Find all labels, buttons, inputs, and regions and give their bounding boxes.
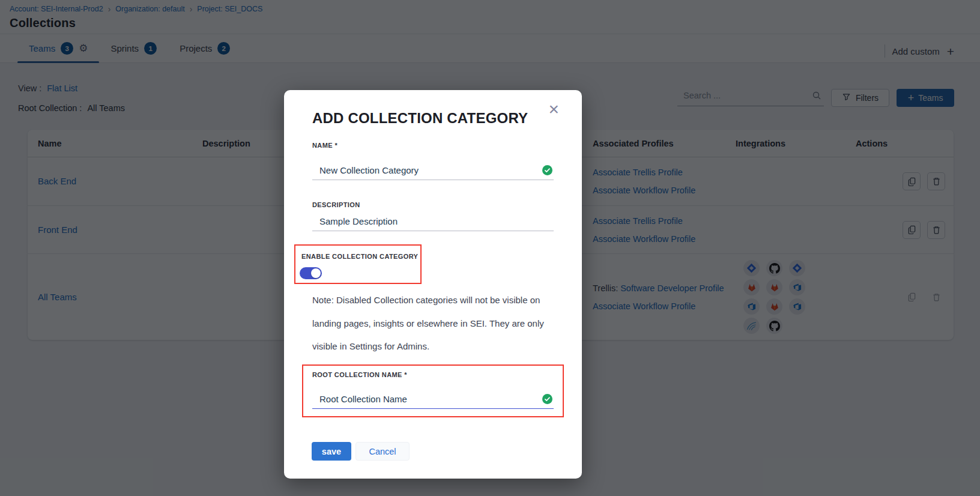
valid-check-icon (542, 394, 552, 404)
description-input[interactable] (319, 216, 552, 226)
close-icon[interactable]: × (548, 100, 559, 118)
cancel-button[interactable]: Cancel (355, 442, 410, 461)
enable-toggle[interactable] (300, 267, 322, 279)
description-field-label: DESCRIPTION (312, 201, 360, 208)
root-name-field-label: ROOT COLLECTION NAME * (312, 371, 407, 378)
description-field (312, 212, 554, 231)
name-input[interactable] (319, 165, 542, 175)
disabled-note-text: Note: Disabled Collection categories wil… (312, 289, 564, 358)
note-line: visible in Settings for Admins. (312, 335, 564, 358)
note-line: Note: Disabled Collection categories wil… (312, 289, 564, 312)
name-field-label: NAME * (312, 142, 337, 149)
modal-buttons: save Cancel (312, 442, 410, 461)
root-name-input[interactable] (319, 394, 542, 404)
name-field (312, 161, 554, 180)
note-line: landing pages, insights or elsewhere in … (312, 312, 564, 336)
toggle-knob (311, 268, 321, 278)
add-collection-category-modal: ADD COLLECTION CATEGORY × NAME * DESCRIP… (284, 90, 582, 479)
save-button[interactable]: save (312, 442, 351, 461)
root-name-field (312, 390, 554, 409)
modal-title: ADD COLLECTION CATEGORY (312, 110, 528, 127)
valid-check-icon (542, 165, 552, 175)
enable-field-label: ENABLE COLLECTION CATEGORY (301, 253, 418, 260)
